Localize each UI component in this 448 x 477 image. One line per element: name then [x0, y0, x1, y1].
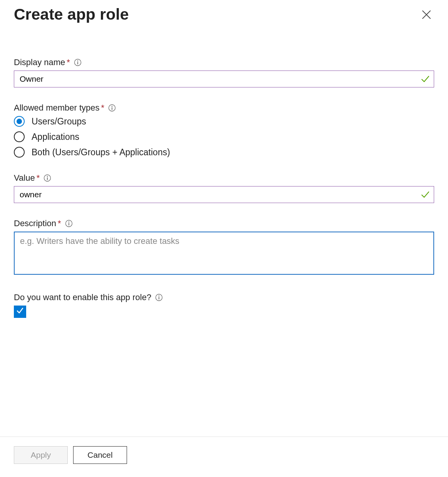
panel-title: Create app role — [14, 5, 129, 24]
info-icon[interactable] — [74, 59, 82, 66]
svg-rect-5 — [112, 107, 112, 110]
required-asterisk: * — [67, 57, 70, 67]
checkmark-icon — [16, 306, 24, 317]
value-input[interactable] — [14, 186, 434, 203]
svg-rect-14 — [159, 297, 159, 300]
radio-dot-icon — [17, 119, 22, 124]
checkmark-icon — [420, 190, 430, 200]
required-asterisk: * — [58, 218, 61, 228]
description-label: Description* — [14, 218, 61, 228]
info-icon[interactable] — [108, 104, 116, 112]
display-name-label: Display name* — [14, 57, 70, 67]
info-icon[interactable] — [65, 220, 73, 227]
description-input[interactable] — [14, 232, 434, 275]
allowed-types-radio-group: Users/Groups Applications Both (Users/Gr… — [14, 116, 434, 158]
info-icon[interactable] — [43, 174, 51, 182]
radio-applications[interactable] — [14, 131, 25, 142]
svg-point-7 — [47, 176, 48, 177]
allowed-types-label: Allowed member types* — [14, 103, 104, 113]
display-name-input[interactable] — [14, 71, 434, 87]
svg-rect-8 — [47, 178, 48, 180]
svg-rect-11 — [69, 223, 69, 226]
radio-users-groups-label: Users/Groups — [32, 116, 86, 127]
svg-point-1 — [77, 60, 78, 61]
cancel-button[interactable]: Cancel — [73, 446, 127, 464]
required-asterisk: * — [37, 173, 40, 183]
svg-point-4 — [112, 106, 112, 107]
enable-label: Do you want to enable this app role? — [14, 292, 151, 302]
radio-both-label: Both (Users/Groups + Applications) — [32, 147, 170, 158]
svg-point-10 — [68, 222, 69, 222]
radio-users-groups[interactable] — [14, 116, 25, 127]
info-icon[interactable] — [155, 294, 163, 301]
apply-button[interactable]: Apply — [14, 446, 68, 464]
radio-both[interactable] — [14, 147, 25, 158]
radio-applications-label: Applications — [32, 132, 79, 142]
checkmark-icon — [420, 74, 430, 84]
close-icon — [421, 15, 432, 21]
svg-rect-2 — [77, 62, 78, 65]
svg-point-13 — [159, 296, 159, 296]
value-label: Value* — [14, 173, 40, 183]
close-button[interactable] — [419, 7, 434, 22]
required-asterisk: * — [101, 103, 105, 113]
enable-checkbox[interactable] — [14, 306, 26, 318]
